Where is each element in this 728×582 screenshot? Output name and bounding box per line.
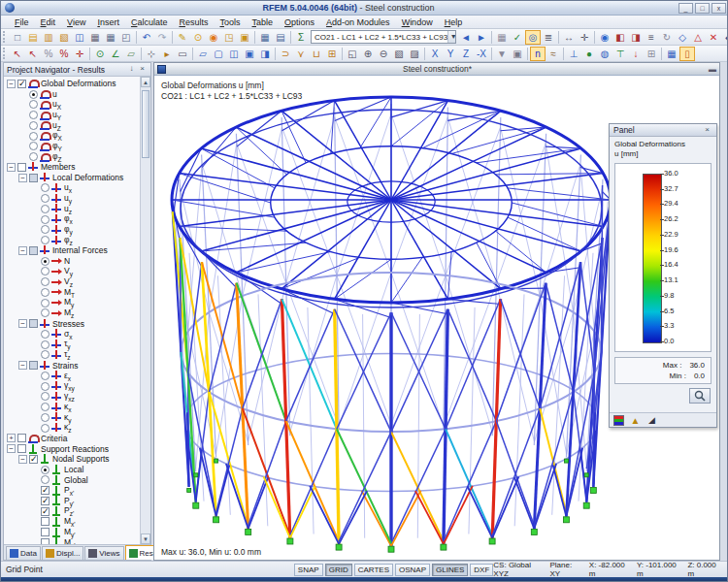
rotate-copy-icon[interactable]: ▢	[211, 47, 226, 61]
checkbox[interactable]	[29, 246, 38, 255]
radio-button[interactable]	[41, 267, 50, 275]
properties-icon[interactable]: ≡	[644, 30, 659, 45]
tree-item-criteria[interactable]: +Criteria	[4, 434, 140, 444]
tree-item--z[interactable]: τz	[4, 350, 140, 361]
menu-item-tools[interactable]: Tools	[214, 16, 246, 28]
table-layout-icon[interactable]: ▤	[273, 30, 288, 45]
panel-toggle-icon[interactable]: ▯	[679, 47, 695, 61]
tree-item--z[interactable]: φZ	[4, 151, 140, 162]
open-recent-icon[interactable]: ▧	[56, 30, 72, 45]
minimize-button[interactable]: _	[678, 3, 693, 14]
checkbox[interactable]	[17, 444, 26, 453]
zoom-in-icon[interactable]: ⊕	[360, 47, 376, 61]
view-x-icon[interactable]: X	[427, 47, 443, 61]
pin-icon[interactable]: ↓	[126, 64, 137, 75]
calculate-all-icon[interactable]: Σ	[293, 30, 309, 45]
open-model-icon[interactable]: ▥	[41, 30, 56, 45]
radio-button[interactable]	[41, 382, 50, 391]
radio-button[interactable]	[41, 413, 50, 422]
pan-icon[interactable]: ⊹	[144, 47, 159, 61]
radio-button[interactable]	[41, 215, 50, 224]
checkbox[interactable]	[41, 497, 50, 505]
tree-item-vy[interactable]: Vy	[4, 267, 140, 277]
radio-button[interactable]	[41, 183, 50, 192]
zoom-window-icon[interactable]: ◱	[345, 47, 360, 61]
checkbox[interactable]	[17, 80, 26, 88]
trim-icon[interactable]: ▣	[242, 47, 257, 61]
toolbar-grip[interactable]	[3, 48, 8, 59]
move-copy-icon[interactable]: ▱	[195, 47, 211, 61]
show-results-icon[interactable]: ◎	[525, 30, 541, 45]
print-icon[interactable]: ▦	[103, 30, 118, 45]
panel-tab-factors-icon[interactable]: ▲	[630, 415, 641, 426]
collapse-icon[interactable]: −	[7, 444, 16, 453]
status-toggle-glines[interactable]: GLINES	[432, 564, 468, 576]
menu-item-help[interactable]: Help	[439, 16, 469, 28]
snap-percent-icon[interactable]: %	[41, 47, 56, 61]
tree-item-local[interactable]: Local	[4, 465, 140, 475]
find-icon[interactable]: ⊙	[190, 30, 206, 45]
save-all-icon[interactable]: ▦	[87, 30, 103, 45]
new-window-icon[interactable]: ▣	[237, 30, 252, 45]
tree-item-support-reactions[interactable]: −Support Reactions	[4, 443, 140, 454]
tree-item-px-[interactable]: Px'	[4, 485, 140, 496]
radio-button[interactable]	[41, 424, 50, 433]
radio-button[interactable]	[29, 121, 38, 130]
menu-item-options[interactable]: Options	[279, 16, 320, 28]
panel-options-button[interactable]	[689, 388, 711, 404]
render-icon[interactable]: ◉	[206, 30, 221, 45]
tree-item-uz[interactable]: uz	[4, 204, 140, 214]
radio-button[interactable]	[41, 372, 50, 380]
insert-member-icon[interactable]: ∠	[108, 47, 123, 61]
radio-button[interactable]	[29, 111, 38, 119]
viewport-menu-icon[interactable]: ▬	[706, 65, 719, 74]
node-generator-icon[interactable]: ●	[581, 47, 597, 61]
view-3d-icon[interactable]: ▧	[391, 47, 407, 61]
status-toggle-osnap[interactable]: OSNAP	[395, 564, 430, 576]
navigator-tab-displ[interactable]: Displ...	[42, 546, 83, 560]
tree-item--z[interactable]: κz	[4, 423, 140, 434]
expand-icon[interactable]: +	[7, 434, 16, 442]
tree-item--x[interactable]: σx	[4, 329, 140, 340]
render-solid-icon[interactable]: ◆	[721, 30, 728, 45]
checkbox[interactable]	[29, 319, 38, 328]
edit-pencil-icon[interactable]: ✎	[175, 30, 190, 45]
tree-item-ux[interactable]: uX	[4, 100, 140, 111]
radio-button[interactable]	[29, 142, 38, 150]
grid-settings-icon[interactable]: ⊞	[644, 47, 659, 61]
weld-icon[interactable]: ⊞	[324, 47, 340, 61]
menu-item-insert[interactable]: Insert	[91, 16, 125, 28]
close-icon[interactable]: ×	[137, 64, 148, 75]
previous-load-case-icon[interactable]: ◄	[458, 30, 474, 45]
navigator-tab-data[interactable]: Data	[6, 546, 41, 560]
rotate-view-icon[interactable]: ↻	[659, 30, 675, 45]
print-preview-icon[interactable]: ◰	[118, 30, 134, 45]
collapse-icon[interactable]: −	[18, 361, 27, 370]
open-project-icon[interactable]: ▤	[25, 30, 41, 45]
table-show-icon[interactable]: ▦	[257, 30, 273, 45]
radio-button[interactable]	[41, 308, 50, 317]
tree-item--xy[interactable]: γxy	[4, 381, 140, 392]
scroll-down-icon[interactable]: ▼	[141, 534, 150, 544]
support-generator-icon[interactable]: ⊤	[612, 47, 628, 61]
result-values-icon[interactable]: ≣	[541, 30, 556, 45]
move-node-icon[interactable]: ✛	[72, 47, 87, 61]
radio-button[interactable]	[41, 288, 50, 297]
results-smooth-icon[interactable]: ≈	[546, 47, 561, 61]
select-window-icon[interactable]: ▭	[175, 47, 190, 61]
collapse-icon[interactable]: −	[7, 80, 16, 88]
radio-button[interactable]	[41, 403, 50, 411]
insert-surface-icon[interactable]: ▱	[123, 47, 139, 61]
tree-scrollbar[interactable]: ▲ ▼	[140, 77, 150, 544]
checkbox[interactable]	[29, 455, 38, 464]
mirror-icon[interactable]: ◫	[226, 47, 242, 61]
tree-item--z[interactable]: φz	[4, 235, 140, 245]
load-case-combo[interactable]: CO21 - LC1 + LC2 + 1.5*LC33 + LC93▼	[311, 30, 456, 44]
radio-button[interactable]	[41, 236, 50, 244]
connect-members-icon[interactable]: ⊃	[278, 47, 293, 61]
tree-item-local-deformations[interactable]: −Local Deformations	[4, 173, 140, 183]
radio-button[interactable]	[41, 340, 50, 349]
scrollbar-thumb[interactable]	[142, 90, 149, 158]
collapse-icon[interactable]: −	[18, 319, 27, 328]
view-isometric-icon[interactable]: ▨	[407, 47, 422, 61]
